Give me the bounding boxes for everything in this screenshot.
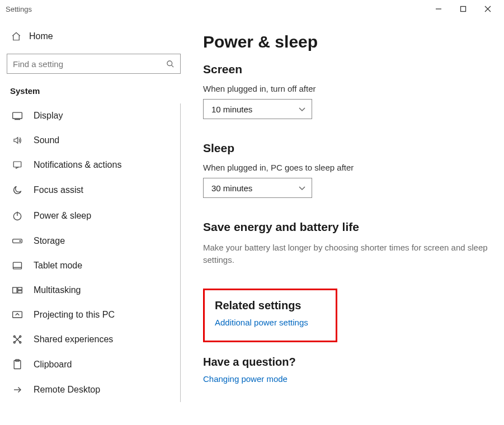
home-label: Home	[29, 31, 53, 41]
svg-point-4	[167, 60, 172, 65]
home-icon	[11, 31, 21, 41]
chevron-down-icon	[298, 106, 306, 112]
sleep-heading: Sleep	[203, 141, 488, 155]
energy-text: Make your battery last longer by choosin…	[203, 242, 488, 266]
remote-desktop-icon	[11, 385, 23, 395]
sidebar-item-multitasking[interactable]: Multitasking	[7, 278, 178, 303]
window-title: Settings	[6, 5, 430, 13]
screen-heading: Screen	[203, 63, 488, 76]
sidebar-item-label: Clipboard	[34, 360, 72, 370]
minimize-button[interactable]	[430, 1, 447, 17]
sidebar-item-label: Storage	[34, 236, 65, 246]
sidebar-item-label: Notifications & actions	[34, 160, 121, 170]
energy-heading: Save energy and battery life	[203, 220, 488, 234]
projecting-icon	[11, 310, 23, 319]
sidebar-item-label: Display	[34, 111, 63, 121]
svg-rect-16	[18, 287, 22, 290]
svg-line-5	[171, 65, 173, 67]
close-button[interactable]	[479, 1, 496, 17]
sleep-timeout-value: 30 minutes	[211, 183, 252, 193]
sidebar-item-label: Projecting to this PC	[34, 310, 115, 320]
search-input-container[interactable]	[7, 54, 181, 74]
related-heading: Related settings	[215, 299, 326, 312]
sidebar-item-label: Sound	[34, 135, 59, 145]
sidebar-item-clipboard[interactable]: Clipboard	[7, 352, 178, 377]
sidebar-item-label: Multitasking	[34, 285, 81, 295]
svg-rect-18	[13, 311, 22, 318]
search-input[interactable]	[13, 59, 166, 69]
power-icon	[11, 210, 23, 221]
sidebar-item-shared-experiences[interactable]: Shared experiences	[7, 327, 178, 352]
svg-rect-17	[18, 291, 22, 293]
sidebar-item-display[interactable]: Display	[7, 103, 178, 128]
svg-point-12	[20, 240, 21, 242]
svg-rect-6	[13, 112, 22, 119]
additional-power-settings-link[interactable]: Additional power settings	[215, 318, 326, 327]
screen-timeout-value: 10 minutes	[211, 105, 252, 114]
sidebar-item-storage[interactable]: Storage	[7, 229, 178, 253]
svg-rect-1	[461, 7, 466, 12]
screen-label: When plugged in, turn off after	[203, 84, 488, 93]
home-nav[interactable]: Home	[7, 26, 181, 47]
shared-icon	[11, 334, 23, 344]
sleep-label: When plugged in, PC goes to sleep after	[203, 163, 488, 172]
section-heading: System	[10, 86, 177, 96]
sidebar-item-projecting[interactable]: Projecting to this PC	[7, 303, 178, 327]
sleep-timeout-dropdown[interactable]: 30 minutes	[203, 178, 312, 198]
sidebar-item-power-sleep[interactable]: Power & sleep	[7, 203, 178, 229]
chevron-down-icon	[298, 185, 306, 191]
screen-timeout-dropdown[interactable]: 10 minutes	[203, 99, 312, 119]
sidebar-item-tablet-mode[interactable]: Tablet mode	[7, 253, 178, 278]
page-title: Power & sleep	[203, 32, 488, 51]
changing-power-mode-link[interactable]: Changing power mode	[203, 374, 488, 384]
svg-rect-13	[13, 262, 22, 269]
display-icon	[11, 111, 23, 120]
sidebar-item-label: Remote Desktop	[34, 385, 100, 395]
clipboard-icon	[11, 359, 23, 370]
sidebar-item-label: Focus assist	[34, 185, 83, 195]
sound-icon	[11, 135, 23, 145]
multitasking-icon	[11, 286, 23, 295]
related-settings-box: Related settings Additional power settin…	[203, 289, 337, 342]
notifications-icon	[11, 160, 23, 170]
svg-rect-8	[13, 162, 21, 167]
sidebar-item-label: Power & sleep	[34, 211, 91, 221]
focus-assist-icon	[11, 185, 23, 196]
sidebar-item-notifications[interactable]: Notifications & actions	[7, 153, 178, 177]
search-icon	[166, 60, 175, 68]
sidebar-item-sound[interactable]: Sound	[7, 128, 178, 153]
tablet-icon	[11, 261, 23, 270]
sidebar-item-label: Tablet mode	[34, 261, 82, 271]
question-heading: Have a question?	[203, 356, 488, 369]
storage-icon	[11, 238, 23, 244]
sidebar-item-label: Shared experiences	[34, 334, 113, 344]
maximize-button[interactable]	[455, 1, 472, 17]
sidebar-item-remote-desktop[interactable]: Remote Desktop	[7, 377, 178, 402]
svg-rect-15	[13, 287, 17, 293]
sidebar-item-focus-assist[interactable]: Focus assist	[7, 177, 178, 203]
